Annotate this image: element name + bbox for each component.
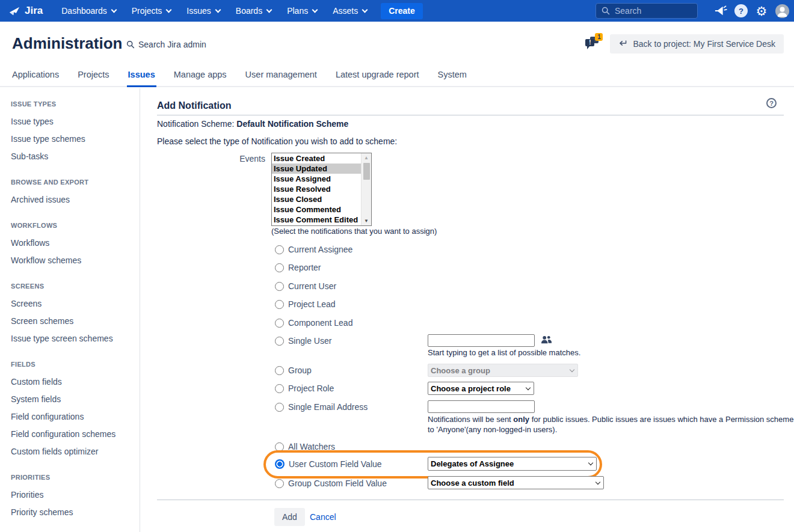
- group-custom-field-select[interactable]: Choose a custom field: [428, 476, 604, 489]
- option-single-email: Single Email Address: [275, 402, 368, 412]
- back-to-project-button[interactable]: Back to project: My First Service Desk: [610, 34, 784, 54]
- sidebar-section-screens: SCREENS: [11, 283, 134, 290]
- sidebar-item-priorities[interactable]: Priorities: [11, 486, 134, 504]
- profile-button[interactable]: [775, 4, 789, 18]
- jira-logo[interactable]: Jira: [0, 5, 54, 17]
- option-label: Single Email Address: [288, 402, 368, 412]
- scrollbar-thumb[interactable]: [363, 163, 370, 180]
- sidebar-item-system-fields[interactable]: System fields: [11, 391, 134, 408]
- radio-single-email[interactable]: [275, 403, 284, 412]
- option-label: All Watchers: [288, 442, 335, 451]
- option-group-custom-field: Group Custom Field Value: [275, 478, 387, 488]
- nav-plans[interactable]: Plans: [279, 0, 325, 22]
- jira-admin-page: Jira Dashboards Projects Issues Boards P…: [0, 0, 794, 532]
- sidebar-item-workflows[interactable]: Workflows: [11, 234, 134, 252]
- user-custom-field-select[interactable]: Delegates of Assignee: [428, 457, 597, 471]
- sidebar-item-custom-fields-optimizer[interactable]: Custom fields optimizer: [11, 443, 134, 460]
- nav-projects[interactable]: Projects: [124, 0, 179, 22]
- sidebar-item-screens[interactable]: Screens: [11, 295, 134, 313]
- project-role-select[interactable]: Choose a project role: [428, 382, 534, 395]
- radio-current-assignee[interactable]: [275, 245, 284, 254]
- settings-button[interactable]: ⚙︎: [754, 4, 769, 18]
- admin-search[interactable]: Search Jira admin: [126, 40, 206, 49]
- option-label: User Custom Field Value: [289, 459, 382, 469]
- nav-assets[interactable]: Assets: [325, 0, 375, 22]
- tab-latest-upgrade-report[interactable]: Latest upgrade report: [334, 70, 420, 87]
- radio-project-role[interactable]: [275, 384, 284, 393]
- sidebar-item-issue-types[interactable]: Issue types: [11, 113, 134, 130]
- tab-system[interactable]: System: [437, 70, 468, 87]
- option-reporter: Reporter: [275, 263, 321, 272]
- event-option[interactable]: Issue Commented: [272, 204, 361, 215]
- email-input[interactable]: [428, 400, 535, 413]
- radio-component-lead[interactable]: [275, 319, 284, 328]
- help-button[interactable]: ?: [734, 4, 748, 18]
- back-arrow-icon: [618, 40, 627, 47]
- add-button[interactable]: Add: [274, 508, 305, 526]
- nav-boards[interactable]: Boards: [228, 0, 279, 22]
- nav-dashboards[interactable]: Dashboards: [54, 0, 124, 22]
- events-listbox[interactable]: Issue Created Issue Updated Issue Assign…: [271, 153, 372, 226]
- sidebar-item-sub-tasks[interactable]: Sub-tasks: [11, 148, 134, 165]
- cancel-link[interactable]: Cancel: [310, 512, 336, 522]
- scroll-up-icon[interactable]: ▲: [362, 153, 372, 162]
- sidebar-item-workflow-schemes[interactable]: Workflow schemes: [11, 252, 134, 269]
- user-picker-button[interactable]: [541, 335, 552, 347]
- global-search[interactable]: [596, 3, 698, 19]
- option-single-user: Single User: [275, 336, 331, 346]
- notification-badge: 1: [595, 33, 603, 41]
- sidebar-item-custom-fields[interactable]: Custom fields: [11, 373, 134, 391]
- option-label: Reporter: [288, 263, 321, 272]
- radio-current-user[interactable]: [275, 282, 284, 291]
- single-user-input[interactable]: [428, 334, 535, 347]
- global-search-input[interactable]: [615, 6, 687, 16]
- radio-single-user[interactable]: [275, 337, 284, 346]
- event-option[interactable]: Issue Assigned: [272, 174, 361, 184]
- tab-manage-apps[interactable]: Manage apps: [173, 70, 228, 87]
- scroll-down-icon[interactable]: ▼: [362, 216, 372, 225]
- jira-logo-text: Jira: [25, 5, 43, 17]
- divider: [157, 115, 784, 115]
- megaphone-icon: [714, 5, 727, 17]
- sidebar-item-screen-schemes[interactable]: Screen schemes: [11, 313, 134, 330]
- sidebar-item-priority-schemes[interactable]: Priority schemes: [11, 504, 134, 521]
- radio-user-custom-field[interactable]: [275, 459, 285, 469]
- issues-sidebar: ISSUE TYPES Issue types Issue type schem…: [0, 88, 140, 532]
- event-option[interactable]: Issue Created: [272, 153, 361, 164]
- event-option[interactable]: Issue Closed: [272, 194, 361, 204]
- email-note-bold: only: [513, 415, 529, 424]
- radio-reporter[interactable]: [275, 263, 284, 272]
- intro-text: Please select the type of Notification y…: [157, 136, 397, 146]
- chevron-down-icon: [266, 7, 272, 13]
- sidebar-item-field-configurations[interactable]: Field configurations: [11, 408, 134, 426]
- email-note-part: Notifications will be sent: [428, 415, 513, 424]
- event-option[interactable]: Issue Resolved: [272, 184, 361, 194]
- search-icon: [126, 40, 135, 49]
- tab-user-management[interactable]: User management: [244, 70, 318, 87]
- sidebar-item-field-configuration-schemes[interactable]: Field configuration schemes: [11, 426, 134, 443]
- announcements-button[interactable]: [713, 4, 728, 18]
- chevron-down-icon: [570, 367, 574, 371]
- tab-projects[interactable]: Projects: [76, 70, 110, 87]
- tab-issues[interactable]: Issues: [127, 70, 156, 87]
- event-option[interactable]: Issue Comment Edited: [272, 215, 361, 225]
- sidebar-item-archived-issues[interactable]: Archived issues: [11, 191, 134, 209]
- scrollbar[interactable]: ▲ ▼: [361, 153, 371, 225]
- scheme-name: Default Notification Scheme: [236, 119, 348, 129]
- nav-issues[interactable]: Issues: [179, 0, 227, 22]
- radio-project-lead[interactable]: [275, 300, 284, 309]
- help-circle-icon[interactable]: ?: [766, 98, 777, 108]
- back-to-project-label: Back to project: My First Service Desk: [633, 39, 775, 49]
- radio-group-custom-field[interactable]: [275, 479, 284, 488]
- divider: [157, 500, 784, 500]
- nav-right-cluster: ? ⚙︎: [596, 0, 789, 22]
- radio-group[interactable]: [275, 366, 284, 375]
- notifications-button[interactable]: ! 1: [583, 34, 604, 54]
- create-button[interactable]: Create: [381, 3, 423, 19]
- sidebar-item-issue-type-screen-schemes[interactable]: Issue type screen schemes: [11, 330, 134, 347]
- option-group: Group: [275, 365, 312, 375]
- tab-applications[interactable]: Applications: [11, 70, 60, 87]
- sidebar-item-issue-type-schemes[interactable]: Issue type schemes: [11, 130, 134, 148]
- radio-all-watchers[interactable]: [275, 442, 284, 451]
- event-option-selected[interactable]: Issue Updated: [272, 164, 361, 174]
